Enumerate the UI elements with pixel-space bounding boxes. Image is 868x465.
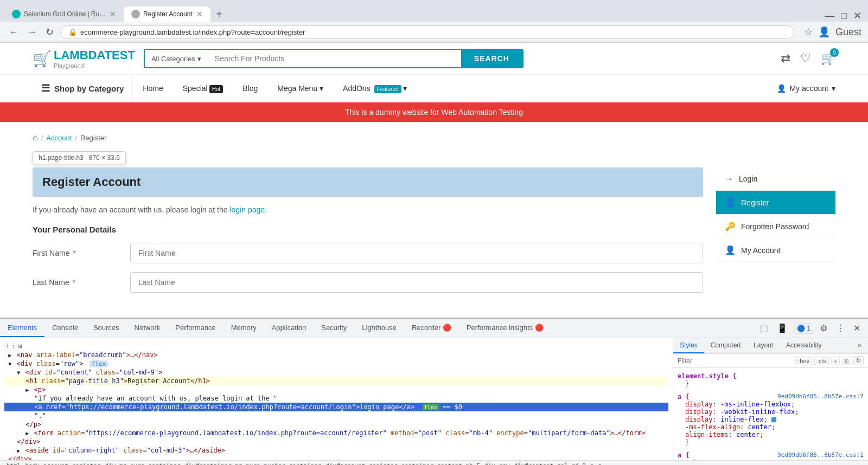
- minimize-button[interactable]: —: [825, 10, 834, 22]
- header-icons: ⇄ ♡ 🛒 0: [781, 51, 835, 66]
- devtools-tab-network[interactable]: Network: [127, 319, 168, 337]
- devtools-issues-badge[interactable]: 🔵 1: [794, 323, 813, 334]
- devtools-tab-security[interactable]: Security: [314, 319, 354, 337]
- nav-home[interactable]: Home: [133, 76, 173, 100]
- nav-special[interactable]: SpecialHot: [173, 76, 233, 100]
- breadcrumb-account[interactable]: Account: [46, 134, 72, 142]
- breadcrumb-body[interactable]: body.account-register: [23, 462, 103, 465]
- sidebar-forgotten-password[interactable]: 🔑 Forgotten Password: [716, 215, 835, 238]
- computed-tab[interactable]: Computed: [704, 338, 747, 353]
- reload-button[interactable]: ↻: [43, 25, 56, 39]
- sidebar-login[interactable]: → Login: [716, 167, 835, 191]
- devtools-device-button[interactable]: 📱: [775, 322, 790, 334]
- accessibility-tab[interactable]: Accessibility: [780, 338, 828, 353]
- style-hover-button[interactable]: :hov: [795, 357, 812, 365]
- dom-drag-handle[interactable]: ⋮⋮: [4, 343, 16, 350]
- breadcrumb-container1[interactable]: div.mz-pure-container: [103, 462, 183, 465]
- sidebar-my-account[interactable]: 👤 My Account: [716, 238, 835, 262]
- more-tabs-button[interactable]: »: [851, 338, 868, 353]
- dom-line-a[interactable]: <a href="https://ecommerce-playground.la…: [4, 403, 668, 411]
- dom-line-row[interactable]: ▼ <div class="row"> flex: [4, 359, 668, 368]
- dom-line-aside[interactable]: ▶ <aside id="column-right" class="col-md…: [4, 446, 668, 455]
- devtools-tab-recorder[interactable]: Recorder 🔴: [404, 319, 459, 337]
- search-input[interactable]: [208, 50, 461, 67]
- breadcrumb-account-register[interactable]: div#account-register.container.content.p…: [323, 462, 482, 465]
- shop-by-category[interactable]: ☰ Shop by Category: [33, 75, 133, 102]
- profile-button[interactable]: 👤: [818, 26, 830, 38]
- breadcrumb-p[interactable]: p: [588, 462, 596, 465]
- devtools-more-button[interactable]: ⋮: [834, 322, 847, 334]
- bookmark-button[interactable]: ☆: [804, 26, 813, 38]
- tab-close-1[interactable]: ✕: [110, 10, 116, 18]
- dom-collapse-icon[interactable]: ⊞: [18, 343, 22, 350]
- devtools-close-button[interactable]: ✕: [851, 322, 863, 334]
- styles-tab[interactable]: Styles: [673, 338, 704, 353]
- search-button[interactable]: SEARCH: [461, 50, 522, 67]
- dom-line-p[interactable]: ▶ <p>: [4, 385, 668, 394]
- breadcrumb-html[interactable]: html: [4, 462, 23, 465]
- nav-addons[interactable]: AddOns Featured ▾: [333, 76, 417, 100]
- tab-register[interactable]: Register Account ✕: [124, 7, 210, 22]
- dom-line-form[interactable]: ▶ <form action="https://ecommerce-playgr…: [4, 429, 668, 437]
- devtools-settings-button[interactable]: ⚙: [818, 322, 829, 334]
- forward-button[interactable]: →: [25, 25, 39, 39]
- breadcrumb-home-icon[interactable]: ⌂: [33, 133, 38, 143]
- logo[interactable]: 🛒 LAMBDATEST Playground: [33, 48, 135, 69]
- firstname-input[interactable]: [130, 243, 703, 263]
- triangle-icon[interactable]: ▶: [17, 448, 20, 454]
- firstname-group: First Name *: [33, 243, 703, 263]
- back-button[interactable]: ←: [7, 25, 21, 39]
- devtools-tab-performance[interactable]: Performance: [168, 319, 223, 337]
- devtools-tab-lighthouse[interactable]: Lighthouse: [354, 319, 404, 337]
- wishlist-icon[interactable]: ♡: [800, 51, 811, 66]
- style-copy-button[interactable]: ⎘: [842, 357, 851, 365]
- lastname-input[interactable]: [130, 272, 703, 293]
- devtools-tab-elements[interactable]: Elements: [0, 319, 44, 337]
- dom-line-h1[interactable]: <h1 class="page-title h3">Register Accou…: [4, 377, 668, 385]
- tab-close-2[interactable]: ✕: [196, 10, 203, 18]
- breadcrumb-container2[interactable]: div#container.mz-pure-pusher-container: [183, 462, 324, 465]
- logo-cart-icon: 🛒: [33, 50, 52, 68]
- category-nav-label: Shop by Category: [54, 84, 124, 93]
- account-nav[interactable]: 👤 My account ▾: [777, 76, 835, 100]
- devtools-tab-memory[interactable]: Memory: [224, 319, 264, 337]
- layout-tab[interactable]: Layout: [747, 338, 780, 353]
- login-page-link[interactable]: login page: [229, 205, 265, 214]
- tab-label-1: Selenium Grid Online | Run Selen...: [24, 10, 106, 18]
- close-browser-button[interactable]: ✕: [853, 10, 861, 22]
- sidebar-register[interactable]: 👤 Register: [716, 191, 835, 215]
- cart-icon[interactable]: 🛒 0: [821, 51, 835, 66]
- new-tab-button[interactable]: +: [210, 8, 228, 21]
- style-file-a1[interactable]: 9ed09db6f85..8b57e.css:7: [777, 393, 864, 400]
- devtools-inspect-button[interactable]: ⬚: [758, 322, 770, 334]
- style-refresh-button[interactable]: ↻: [853, 356, 864, 365]
- triangle-icon[interactable]: ▶: [25, 387, 29, 393]
- triangle-icon[interactable]: ▼: [17, 370, 20, 376]
- breadcrumb-content-col[interactable]: div#content.col-md-9: [512, 462, 588, 465]
- triangle-icon[interactable]: ▶: [8, 352, 11, 358]
- devtools-tab-application[interactable]: Application: [264, 319, 314, 337]
- maximize-button[interactable]: □: [841, 10, 847, 22]
- triangle-icon[interactable]: ▼: [8, 361, 11, 367]
- devtools-tab-console[interactable]: Console: [44, 319, 86, 337]
- breadcrumb-a[interactable]: a: [596, 462, 604, 465]
- compare-icon[interactable]: ⇄: [781, 51, 790, 66]
- address-bar[interactable]: 🔒 ecommerce-playground.lambdatest.io/ind…: [60, 25, 794, 39]
- nav-mega-menu[interactable]: Mega Menu ▾: [267, 76, 333, 100]
- category-dropdown[interactable]: All Categories ▾: [145, 50, 208, 67]
- dom-line-nav[interactable]: ▶ <nav aria-label="breadcrumb">…</nav>: [4, 351, 668, 359]
- triangle-icon[interactable]: ▶: [25, 430, 29, 436]
- style-file-a2[interactable]: 9ed09db6f85..8b57e.css:1: [777, 451, 864, 458]
- style-plus-button[interactable]: +: [831, 357, 840, 365]
- account-icon: 👤: [777, 84, 786, 93]
- nav-blog[interactable]: Blog: [233, 76, 267, 100]
- devtools-tab-sources[interactable]: Sources: [86, 319, 127, 337]
- devtools-tab-performance-insights[interactable]: Performance insights 🔴: [459, 319, 551, 337]
- menu-icon: ☰: [41, 82, 50, 94]
- style-filter-input[interactable]: [678, 357, 793, 365]
- breadcrumb-row[interactable]: div.row: [482, 462, 512, 465]
- dom-line-content[interactable]: ▼ <div id="content" class="col-md-9">: [4, 368, 668, 377]
- tooltip-selector: h1.page-title.h3: [39, 154, 84, 162]
- tab-selenium[interactable]: Selenium Grid Online | Run Selen... ✕: [4, 7, 124, 22]
- style-cls-button[interactable]: .cls: [814, 357, 829, 365]
